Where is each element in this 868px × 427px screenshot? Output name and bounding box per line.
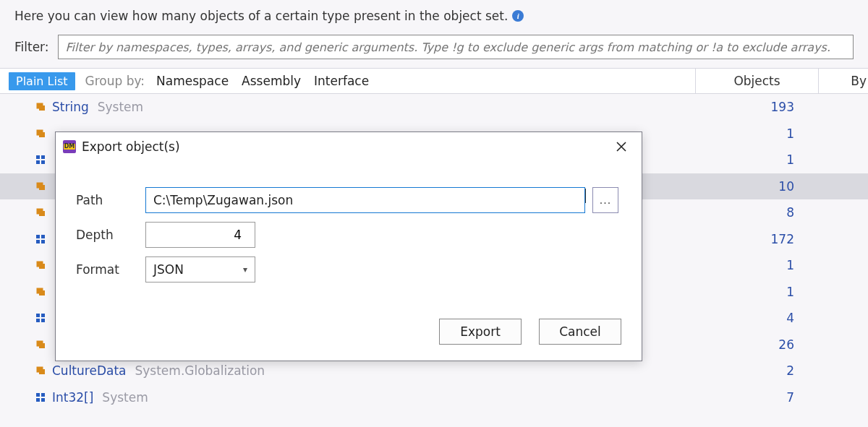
format-value: JSON bbox=[153, 262, 184, 277]
objects-count: 1 bbox=[696, 285, 819, 299]
objects-count: 1 bbox=[696, 258, 819, 272]
format-label: Format bbox=[76, 262, 145, 277]
class-icon bbox=[35, 365, 46, 376]
chevron-down-icon: ▾ bbox=[243, 264, 247, 275]
objects-count: 1 bbox=[696, 152, 819, 167]
class-icon bbox=[35, 339, 46, 350]
group-by-assembly[interactable]: Assembly bbox=[240, 74, 302, 88]
col-header-objects[interactable]: Objects bbox=[696, 69, 819, 93]
struct-icon bbox=[35, 233, 46, 245]
objects-count: 193 bbox=[696, 100, 819, 114]
info-icon[interactable]: i bbox=[512, 10, 524, 22]
class-icon bbox=[35, 286, 46, 298]
type-namespace: System bbox=[102, 390, 148, 405]
objects-count: 1 bbox=[696, 126, 819, 141]
table-row[interactable]: Int32[]System7 bbox=[0, 384, 868, 411]
struct-icon bbox=[35, 312, 46, 324]
struct-icon bbox=[35, 154, 46, 165]
objects-count: 7 bbox=[696, 390, 819, 405]
class-icon bbox=[35, 128, 46, 139]
objects-count: 4 bbox=[696, 311, 819, 325]
app-icon: DM bbox=[63, 140, 76, 153]
format-select[interactable]: JSON ▾ bbox=[145, 256, 255, 282]
class-icon bbox=[35, 181, 46, 192]
type-namespace: System.Globalization bbox=[135, 363, 265, 378]
group-by-namespace[interactable]: Namespace bbox=[155, 74, 230, 88]
filter-label: Filter: bbox=[14, 40, 49, 54]
export-dialog: DM Export object(s) Path ... Depth Forma… bbox=[55, 131, 642, 361]
objects-count: 10 bbox=[696, 179, 819, 194]
table-row[interactable]: StringSystem193 bbox=[0, 94, 868, 121]
path-input[interactable] bbox=[145, 187, 585, 213]
class-icon bbox=[35, 207, 46, 218]
tab-plain-list[interactable]: Plain List bbox=[9, 72, 75, 90]
type-namespace: System bbox=[98, 100, 143, 114]
table-row[interactable]: CultureDataSystem.Globalization2 bbox=[0, 358, 868, 384]
path-label: Path bbox=[76, 193, 145, 207]
close-icon[interactable] bbox=[608, 137, 634, 157]
col-header-bytes[interactable]: By bbox=[819, 69, 868, 93]
depth-label: Depth bbox=[76, 228, 145, 242]
type-name: String bbox=[52, 100, 89, 114]
browse-button[interactable]: ... bbox=[592, 187, 618, 213]
depth-input[interactable] bbox=[145, 222, 255, 248]
objects-count: 2 bbox=[696, 363, 819, 378]
group-by-label: Group by: bbox=[85, 74, 145, 88]
cancel-button[interactable]: Cancel bbox=[539, 319, 621, 345]
struct-icon bbox=[35, 392, 46, 403]
dialog-title: Export object(s) bbox=[82, 139, 608, 154]
filter-input[interactable] bbox=[58, 35, 854, 59]
class-icon bbox=[35, 101, 46, 113]
objects-count: 172 bbox=[696, 232, 819, 246]
type-name: CultureData bbox=[52, 363, 126, 378]
export-button[interactable]: Export bbox=[439, 319, 522, 345]
type-name: Int32[] bbox=[52, 390, 93, 405]
class-icon bbox=[35, 259, 46, 271]
group-by-interface[interactable]: Interface bbox=[312, 74, 370, 88]
objects-count: 26 bbox=[696, 337, 819, 352]
objects-count: 8 bbox=[696, 205, 819, 220]
intro-text: Here you can view how many objects of a … bbox=[14, 9, 508, 23]
